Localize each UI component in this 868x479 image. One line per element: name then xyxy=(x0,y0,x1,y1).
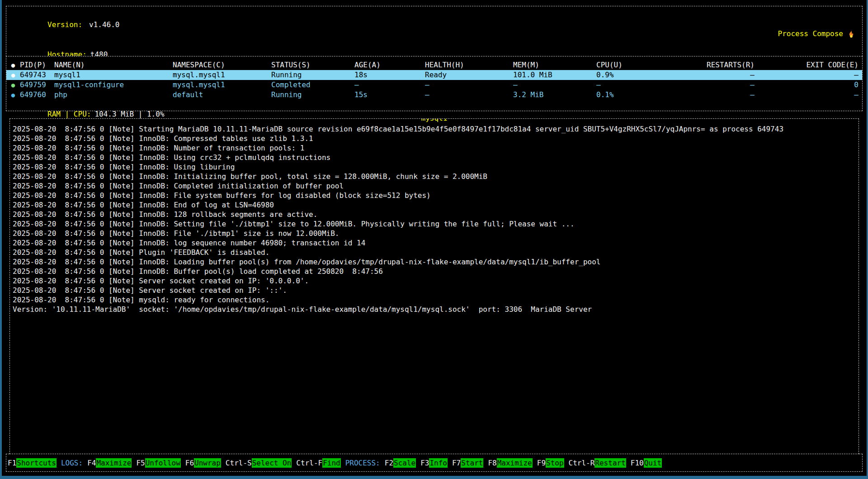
shortcut-select-on[interactable]: Ctrl-SSelect On xyxy=(226,459,292,467)
shortcut-info[interactable]: F3Info xyxy=(420,459,448,467)
log-line: 2025-08-20 8:47:56 0 [Note] InnoDB: Comp… xyxy=(13,134,856,143)
app-title: Process Compose xyxy=(778,12,856,56)
cell-pid: 649759 xyxy=(20,80,54,90)
process-table-rows: ● 649743 mysql1 mysql.mysql1 Running 18s… xyxy=(6,70,862,100)
cell-restarts: – xyxy=(696,70,755,80)
cell-restarts: – xyxy=(696,80,755,90)
shortcut-action[interactable]: Scale xyxy=(393,458,416,468)
process-row[interactable]: ● 649743 mysql1 mysql.mysql1 Running 18s… xyxy=(6,70,862,80)
shortcut-maximize[interactable]: F8Maximize xyxy=(488,459,532,467)
col-mem[interactable]: MEM(M) xyxy=(513,60,596,70)
col-health[interactable]: HEALTH(H) xyxy=(425,60,513,70)
shortcut-bar: F1ShortcutsLOGS:F4MaximizeF5UnfollowF6Un… xyxy=(6,454,863,472)
cell-name: mysql1-configure xyxy=(54,80,173,90)
shortcut-start[interactable]: F7Start xyxy=(452,459,483,467)
col-cpu[interactable]: CPU(U) xyxy=(596,60,696,70)
shortcut-action[interactable]: Info xyxy=(429,458,448,468)
col-exit-code[interactable]: EXIT CODE(E) xyxy=(755,60,862,70)
shortcut-key: F4 xyxy=(87,459,96,467)
cell-mem: 101.0 MiB xyxy=(513,70,596,80)
process-row[interactable]: ● 649759 mysql1-configure mysql.mysql1 C… xyxy=(6,80,862,90)
col-status[interactable]: STATUS(S) xyxy=(271,60,354,70)
cell-status: Completed xyxy=(271,80,354,90)
shortcut-unfollow[interactable]: F5Unfollow xyxy=(136,459,180,467)
cell-health: – xyxy=(425,90,513,100)
shortcut-find[interactable]: Ctrl-FFind xyxy=(296,459,340,467)
header-panel: Version:v1.46.0 Hostname:t480 Processes:… xyxy=(6,6,863,56)
shortcut-key: Ctrl-F xyxy=(296,459,322,467)
log-line: 2025-08-20 8:47:56 0 [Note] InnoDB: log … xyxy=(13,238,856,248)
flame-icon xyxy=(847,29,856,38)
header-bullet-icon: ● xyxy=(6,60,20,70)
col-namespace[interactable]: NAMESPACE(C) xyxy=(173,60,271,70)
shortcut-action[interactable]: Find xyxy=(322,458,341,468)
shortcut-action[interactable]: Maximize xyxy=(497,458,533,468)
cell-age: 18s xyxy=(354,70,425,80)
shortcut-action[interactable]: Stop xyxy=(546,458,564,468)
cell-name: mysql1 xyxy=(54,70,173,80)
shortcut-action[interactable]: Quit xyxy=(644,458,662,468)
col-age[interactable]: AGE(A) xyxy=(354,60,425,70)
cell-namespace: default xyxy=(173,90,271,100)
shortcut-section-logs: LOGS: xyxy=(61,459,83,467)
info-version: Version:v1.46.0 xyxy=(13,10,165,40)
shortcut-key: F8 xyxy=(488,459,496,467)
shortcut-action[interactable]: Start xyxy=(461,458,483,468)
shortcut-key: F10 xyxy=(631,459,644,467)
shortcut-key: F7 xyxy=(452,459,461,467)
log-panel-title: mysql1 xyxy=(421,118,448,123)
cell-exit-code: – xyxy=(755,70,862,80)
process-table-panel: ● PID(P) NAME(N) NAMESPACE(C) STATUS(S) … xyxy=(6,56,863,111)
shortcut-key: F6 xyxy=(185,459,194,467)
cell-cpu: 0.1% xyxy=(596,90,696,100)
col-pid[interactable]: PID(P) xyxy=(20,60,54,70)
cell-age: 15s xyxy=(354,90,425,100)
shortcut-quit[interactable]: F10Quit xyxy=(631,459,662,467)
shortcut-action[interactable]: Maximize xyxy=(96,458,132,468)
process-row[interactable]: ● 649760 php default Running 15s – 3.2 M… xyxy=(6,90,862,100)
status-bullet-icon: ● xyxy=(6,70,20,80)
log-line: 2025-08-20 8:47:56 0 [Note] Server socke… xyxy=(13,276,856,286)
cell-restarts: – xyxy=(696,90,755,100)
shortcut-action[interactable]: Shortcuts xyxy=(16,458,57,468)
log-line: 2025-08-20 8:47:56 0 [Note] Server socke… xyxy=(13,286,856,295)
shortcut-unwrap[interactable]: F6Unwrap xyxy=(185,459,221,467)
cell-cpu: 0.9% xyxy=(596,70,696,80)
shortcut-action[interactable]: Select On xyxy=(252,458,292,468)
shortcut-action[interactable]: Restart xyxy=(594,458,626,468)
log-line: 2025-08-20 8:47:56 0 [Note] Plugin 'FEED… xyxy=(13,248,856,257)
shortcut-shortcuts[interactable]: F1Shortcuts xyxy=(8,459,57,467)
shortcut-key: F5 xyxy=(136,459,145,467)
cell-exit-code: 0 xyxy=(755,80,862,90)
log-panel[interactable]: mysql1 2025-08-20 8:47:56 0 [Note] Start… xyxy=(9,118,859,454)
shortcut-scale[interactable]: F2Scale xyxy=(385,459,416,467)
log-line: Version: '10.11.11-MariaDB' socket: '/ho… xyxy=(13,305,856,314)
system-info: Version:v1.46.0 Hostname:t480 Processes:… xyxy=(13,10,165,56)
cell-mem: 3.2 MiB xyxy=(513,90,596,100)
shortcut-key: F9 xyxy=(537,459,546,467)
col-name[interactable]: NAME(N) xyxy=(54,60,173,70)
shortcut-action[interactable]: Unfollow xyxy=(145,458,181,468)
process-table-header: ● PID(P) NAME(N) NAMESPACE(C) STATUS(S) … xyxy=(6,60,862,70)
cell-health: Ready xyxy=(425,70,513,80)
info-version-label: Version: xyxy=(47,20,85,30)
cell-pid: 649743 xyxy=(20,70,54,80)
shortcut-key: Ctrl-S xyxy=(226,459,252,467)
col-restarts[interactable]: RESTARTS(R) xyxy=(696,60,755,70)
shortcut-key: Ctrl-R xyxy=(569,459,595,467)
log-line: 2025-08-20 8:47:56 0 [Note] InnoDB: Sett… xyxy=(13,219,856,229)
log-line: 2025-08-20 8:47:56 0 [Note] mysqld: read… xyxy=(13,295,856,305)
shortcut-action[interactable]: Unwrap xyxy=(194,458,221,468)
log-line: 2025-08-20 8:47:56 0 [Note] InnoDB: 128 … xyxy=(13,210,856,219)
info-version-value: v1.46.0 xyxy=(85,20,119,29)
cell-health: – xyxy=(425,80,513,90)
cell-cpu: – xyxy=(596,80,696,90)
shortcut-stop[interactable]: F9Stop xyxy=(537,459,564,467)
cell-name: php xyxy=(54,90,173,100)
cell-status: Running xyxy=(271,70,354,80)
log-line: 2025-08-20 8:47:56 0 [Note] InnoDB: Comp… xyxy=(13,181,856,191)
shortcut-maximize[interactable]: F4Maximize xyxy=(87,459,132,467)
shortcut-restart[interactable]: Ctrl-RRestart xyxy=(569,459,626,467)
shortcut-key: F3 xyxy=(420,459,429,467)
shortcut-key: F2 xyxy=(385,459,393,467)
